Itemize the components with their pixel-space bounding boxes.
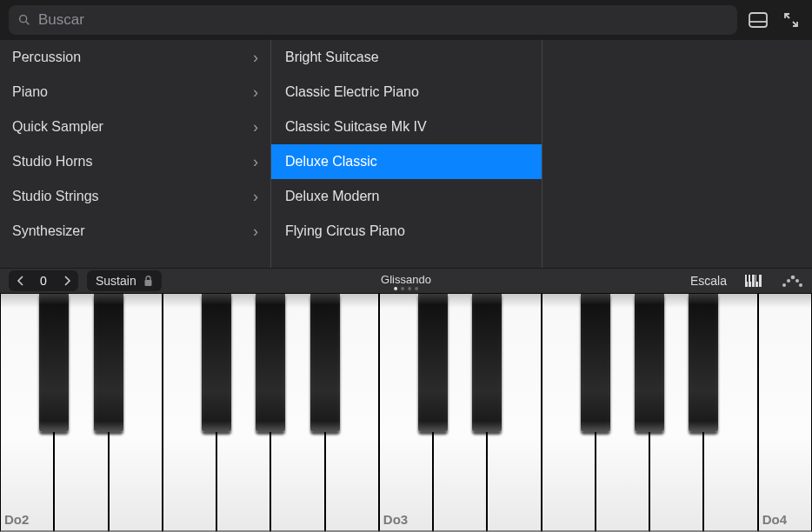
black-key[interactable]	[94, 294, 123, 432]
preset-label: Deluxe Modern	[285, 189, 380, 204]
svg-rect-12	[750, 275, 752, 282]
preset-item[interactable]: Deluxe Classic	[271, 144, 542, 179]
key-label: Do3	[383, 512, 408, 527]
preset-item[interactable]: Flying Circus Piano	[271, 214, 542, 249]
top-bar	[0, 0, 812, 40]
category-label: Percussion	[12, 50, 81, 65]
key-label: Do4	[762, 512, 787, 527]
search-icon	[17, 13, 31, 27]
search-input[interactable]	[38, 11, 729, 29]
svg-rect-10	[759, 275, 762, 287]
lock-icon	[143, 276, 153, 287]
preset-item[interactable]: Classic Electric Piano	[271, 75, 542, 110]
svg-point-14	[782, 283, 786, 287]
svg-rect-13	[756, 275, 758, 282]
black-key[interactable]	[310, 294, 340, 432]
category-label: Quick Sampler	[12, 119, 103, 135]
white-key[interactable]: Do4	[758, 294, 812, 532]
chevron-right-icon: ›	[253, 83, 258, 102]
sustain-label: Sustain	[96, 274, 136, 288]
black-key[interactable]	[472, 294, 502, 432]
category-label: Piano	[12, 84, 48, 100]
preset-column: Bright SuitcaseClassic Electric PianoCla…	[271, 40, 542, 268]
keyboard-controls: 0 Sustain Glissando Escala	[0, 268, 812, 294]
preset-label: Bright Suitcase	[285, 50, 379, 65]
category-column: Percussion›Piano›Quick Sampler›Studio Ho…	[0, 40, 271, 268]
black-key[interactable]	[581, 294, 610, 432]
svg-rect-2	[749, 13, 767, 27]
black-key[interactable]	[39, 294, 69, 432]
sound-browser: Percussion›Piano›Quick Sampler›Studio Ho…	[0, 40, 812, 268]
svg-rect-4	[144, 280, 151, 286]
preset-item[interactable]: Bright Suitcase	[271, 40, 542, 75]
black-key[interactable]	[635, 294, 664, 432]
view-toggle-button[interactable]	[746, 9, 770, 31]
keyboard-view-button[interactable]	[742, 271, 765, 290]
category-item[interactable]: Synthesizer›	[0, 214, 270, 249]
fullscreen-button[interactable]	[779, 9, 803, 31]
preset-label: Classic Electric Piano	[285, 84, 419, 100]
svg-point-16	[791, 276, 795, 280]
category-item[interactable]: Piano›	[0, 75, 270, 110]
category-item[interactable]: Studio Strings›	[0, 179, 270, 214]
chevron-right-icon: ›	[253, 118, 258, 136]
chevron-right-icon: ›	[253, 153, 258, 171]
play-mode-label: Glissando	[381, 274, 431, 285]
octave-value: 0	[31, 274, 56, 288]
preset-item[interactable]: Deluxe Modern	[271, 179, 542, 214]
preset-item[interactable]: Classic Suitcase Mk IV	[271, 110, 542, 144]
category-label: Synthesizer	[12, 223, 85, 239]
scale-button[interactable]: Escala	[690, 274, 727, 288]
black-key[interactable]	[418, 294, 448, 432]
svg-rect-11	[747, 275, 749, 282]
svg-point-15	[787, 279, 790, 283]
page-dots	[394, 287, 418, 290]
svg-point-18	[799, 283, 802, 287]
category-item[interactable]: Quick Sampler›	[0, 110, 270, 144]
category-label: Studio Strings	[12, 189, 99, 204]
key-label: Do2	[4, 512, 29, 527]
black-key[interactable]	[689, 294, 718, 432]
chevron-right-icon: ›	[253, 188, 258, 206]
octave-stepper: 0	[9, 270, 78, 291]
chevron-right-icon: ›	[253, 223, 258, 241]
piano-keyboard[interactable]: Do2Do3Do4	[0, 294, 812, 532]
preset-label: Deluxe Classic	[285, 154, 377, 170]
play-mode-selector[interactable]: Glissando	[381, 269, 431, 295]
black-key[interactable]	[256, 294, 285, 432]
preset-label: Flying Circus Piano	[285, 223, 405, 239]
arpeggiator-view-button[interactable]	[781, 271, 803, 290]
octave-down-button[interactable]	[9, 270, 31, 291]
search-field[interactable]	[9, 5, 737, 35]
category-label: Studio Horns	[12, 154, 93, 170]
svg-point-0	[20, 16, 27, 23]
black-key[interactable]	[202, 294, 231, 432]
sustain-toggle[interactable]: Sustain	[87, 270, 162, 291]
octave-up-button[interactable]	[56, 270, 78, 291]
svg-rect-8	[752, 275, 755, 287]
category-item[interactable]: Studio Horns›	[0, 144, 270, 179]
svg-line-1	[26, 22, 29, 24]
svg-point-17	[795, 279, 799, 283]
detail-column	[542, 40, 812, 268]
preset-label: Classic Suitcase Mk IV	[285, 119, 427, 135]
chevron-right-icon: ›	[253, 49, 258, 67]
category-item[interactable]: Percussion›	[0, 40, 270, 75]
